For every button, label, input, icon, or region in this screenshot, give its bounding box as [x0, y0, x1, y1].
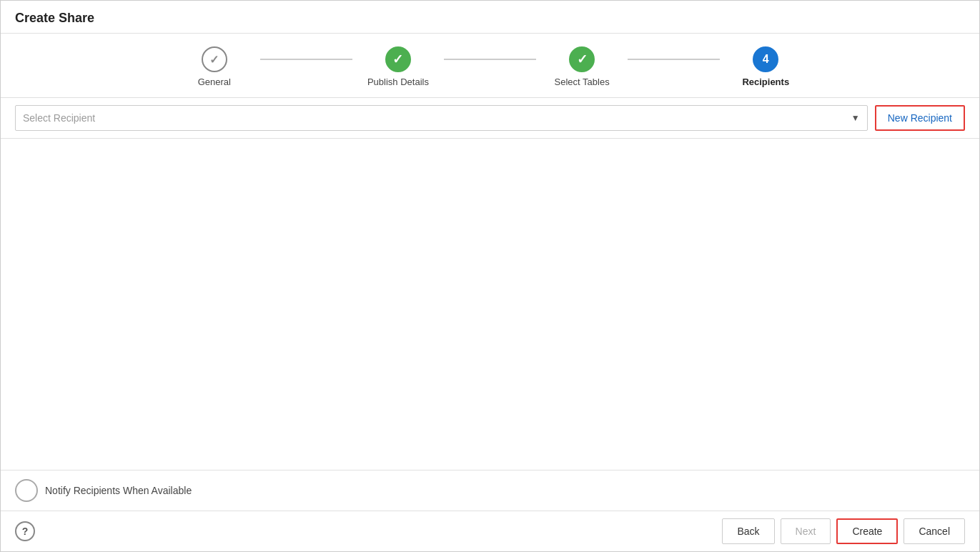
connector-3: [628, 59, 720, 60]
step-select-tables-circle: ✓: [569, 46, 595, 72]
notify-toggle[interactable]: [15, 479, 38, 502]
step-general: ✓ General: [169, 46, 261, 87]
step-select-tables-icon: ✓: [577, 51, 588, 67]
stepper: ✓ General ✓ Publish Details ✓ Select Tab…: [169, 46, 812, 87]
step-publish-details-icon: ✓: [392, 51, 403, 67]
create-button[interactable]: Create: [836, 518, 898, 544]
connector-1: [260, 59, 352, 60]
cancel-button[interactable]: Cancel: [904, 518, 965, 544]
select-recipient-placeholder: Select Recipient: [23, 112, 95, 124]
next-button[interactable]: Next: [781, 518, 831, 544]
footer-left: ?: [15, 521, 35, 541]
new-recipient-button[interactable]: New Recipient: [875, 105, 965, 131]
step-recipients-number: 4: [763, 53, 769, 66]
step-general-circle: ✓: [202, 46, 227, 72]
footer-right: Back Next Create Cancel: [722, 518, 965, 544]
main-content: [1, 139, 979, 470]
bottom-section: Notify Recipients When Available: [1, 470, 979, 511]
recipients-bar: Select Recipient ▼ New Recipient: [1, 98, 979, 139]
step-recipients-label: Recipients: [742, 77, 789, 87]
select-recipient-dropdown[interactable]: Select Recipient ▼: [15, 105, 868, 131]
footer: ? Back Next Create Cancel: [1, 511, 979, 551]
notify-toggle-area: Notify Recipients When Available: [15, 479, 192, 502]
step-select-tables-label: Select Tables: [555, 77, 610, 87]
step-general-label: General: [198, 77, 231, 87]
step-recipients-circle: 4: [753, 46, 778, 72]
dialog-header: Create Share: [1, 1, 979, 34]
step-recipients: 4 Recipients: [720, 46, 812, 87]
step-select-tables: ✓ Select Tables: [536, 46, 628, 87]
step-publish-details-label: Publish Details: [367, 77, 429, 87]
stepper-section: ✓ General ✓ Publish Details ✓ Select Tab…: [1, 34, 979, 98]
dropdown-arrow-icon: ▼: [851, 113, 860, 123]
notify-label: Notify Recipients When Available: [45, 485, 192, 496]
create-share-dialog: Create Share ✓ General ✓ Publish Details: [0, 0, 980, 552]
help-button[interactable]: ?: [15, 521, 35, 541]
back-button[interactable]: Back: [722, 518, 774, 544]
step-general-icon: ✓: [209, 53, 219, 66]
step-publish-details-circle: ✓: [385, 46, 411, 72]
help-icon: ?: [22, 526, 29, 537]
connector-2: [444, 59, 536, 60]
dialog-title: Create Share: [15, 11, 94, 25]
step-publish-details: ✓ Publish Details: [352, 46, 445, 87]
